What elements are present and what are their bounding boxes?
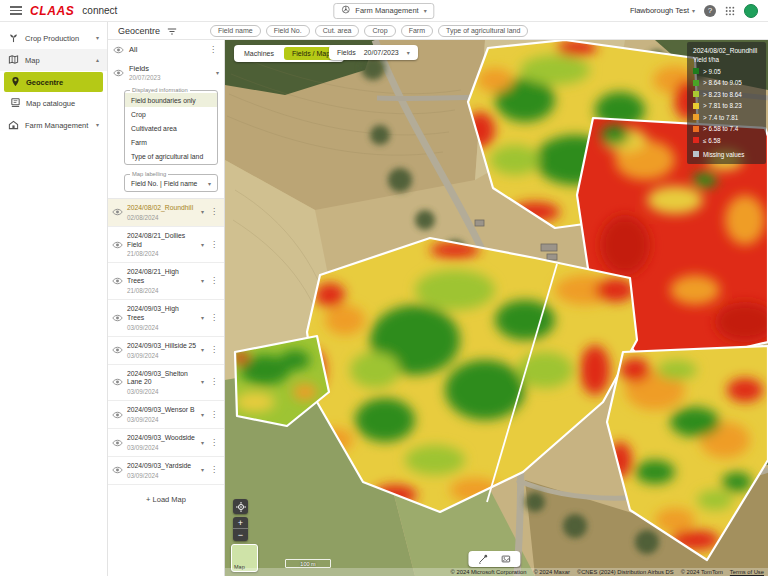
sidebar-item-farm-management[interactable]: Farm Management▾ (0, 114, 107, 136)
attribution-text: © 2024 TomTom (681, 569, 723, 575)
chevron-down-icon[interactable]: ▾ (201, 278, 204, 284)
legend-entry-label: ≤ 6.58 (703, 137, 720, 144)
map-canvas[interactable]: Machines Fields / Maps Fields 20/07/2023… (225, 40, 768, 576)
avatar[interactable] (744, 4, 758, 18)
zoom-in-button[interactable]: + (233, 517, 248, 529)
map-row-2024-08-02-roundhill[interactable]: 2024/08/02_Roundhill02/08/2024▾⋮ (108, 199, 224, 227)
chevron-down-icon: ▾ (407, 50, 410, 56)
farm-management-menu-icon (341, 5, 350, 16)
option-crop[interactable]: Crop (125, 107, 217, 121)
chip-field-no[interactable]: Field No. (266, 25, 310, 37)
map-row-2024-09-03-hillside-25[interactable]: 2024/09/03_Hillside 2503/09/2024▾⋮ (108, 337, 224, 365)
hamburger-menu-icon[interactable] (10, 6, 22, 15)
kebab-menu-icon[interactable]: ⋮ (208, 314, 220, 322)
map-row-2024-09-03-wensor-b[interactable]: 2024/09/03_Wensor B03/09/2024▾⋮ (108, 401, 224, 429)
sidebar-item-label: Farm Management (25, 121, 88, 130)
terms-of-use-link[interactable]: Terms of Use (730, 569, 764, 575)
eye-icon[interactable] (112, 378, 123, 386)
map-row-2024-09-03-yardside[interactable]: 2024/09/03_Yardside03/09/2024▾⋮ (108, 457, 224, 485)
chevron-down-icon[interactable]: ▾ (201, 347, 204, 353)
user-menu[interactable]: Flawborough Test ▾ (630, 6, 695, 15)
option-farm[interactable]: Farm (125, 135, 217, 149)
chip-type-of-agricultural-land[interactable]: Type of agricultural land (438, 25, 528, 37)
legend-entries: > 9.05> 8.64 to 9.05> 8.23 to 8.64> 7.81… (693, 68, 760, 158)
map-attribution: © 2024 Microsoft Corporation© 2024 Maxar… (225, 568, 768, 576)
legend-entry-label: Missing values (703, 151, 744, 158)
eye-icon[interactable] (112, 346, 123, 354)
chip-crop[interactable]: Crop (364, 25, 395, 37)
map-row-2024-08-21-dollies-field[interactable]: 2024/08/21_Dollies Field21/08/2024▾⋮ (108, 227, 224, 264)
chevron-down-icon: ▾ (208, 181, 211, 187)
crop-production-icon (8, 32, 19, 45)
sidebar-item-geocentre[interactable]: Geocentre (4, 72, 103, 92)
eye-icon[interactable] (112, 314, 123, 322)
legend-entry-8-64-to-9-05: > 8.64 to 9.05 (693, 79, 760, 86)
eye-icon[interactable] (112, 466, 123, 474)
map-row-2024-09-03-high-trees[interactable]: 2024/09/03_High Trees03/09/2024▾⋮ (108, 300, 224, 337)
yield-legend: 2024/08/02_Roundhill Yield t/ha > 9.05> … (687, 42, 766, 164)
map-date: 21/08/2024 (127, 250, 197, 257)
basemap-layers-icon[interactable] (500, 554, 511, 564)
sidebar-nav: Crop Production▾Map▴GeocentreMap catalog… (0, 22, 108, 576)
map-title: 2024/09/03_Shelton Lane 20 (127, 370, 197, 388)
scale-value: 100 m (300, 561, 315, 567)
kebab-menu-icon[interactable]: ⋮ (208, 346, 220, 354)
kebab-menu-icon[interactable]: ⋮ (208, 439, 220, 447)
machines-toggle-button[interactable]: Machines (236, 47, 282, 60)
map-labelling-box: Map labelling Field No. | Field name ▾ (124, 171, 218, 192)
map-row-2024-08-21-high-trees[interactable]: 2024/08/21_High Trees21/08/2024▾⋮ (108, 263, 224, 300)
chevron-down-icon[interactable]: ▾ (201, 242, 204, 248)
sidebar-item-label: Map (25, 56, 40, 65)
measure-tool-icon[interactable] (477, 554, 488, 564)
kebab-menu-icon[interactable]: ⋮ (208, 208, 220, 216)
chevron-down-icon[interactable]: ▾ (216, 70, 219, 76)
kebab-menu-icon[interactable]: ⋮ (208, 411, 220, 419)
option-type-of-agricultural-land[interactable]: Type of agricultural land (125, 149, 217, 163)
map-date: 03/09/2024 (127, 352, 197, 359)
eye-icon[interactable] (112, 277, 123, 285)
all-row[interactable]: All ⋮ (108, 40, 224, 59)
map-row-2024-09-03-shelton-lane-20[interactable]: 2024/09/03_Shelton Lane 2003/09/2024▾⋮ (108, 365, 224, 402)
map-labelling-select[interactable]: Field No. | Field name ▾ (125, 177, 217, 190)
fields-group-row[interactable]: Fields 20/07/2023 ▾ (108, 59, 224, 86)
help-icon[interactable]: ? (704, 5, 716, 17)
kebab-menu-icon[interactable]: ⋮ (207, 46, 219, 54)
zoom-out-button[interactable]: − (233, 529, 248, 541)
apps-grid-icon[interactable] (725, 2, 735, 20)
kebab-menu-icon[interactable]: ⋮ (208, 466, 220, 474)
eye-icon[interactable] (113, 46, 124, 54)
sidebar-item-map[interactable]: Map▴ (0, 49, 107, 71)
sidebar-item-crop-production[interactable]: Crop Production▾ (0, 27, 107, 49)
app-context-dropdown[interactable]: Farm Management ▾ (333, 3, 434, 19)
map-row-2024-09-03-woodside[interactable]: 2024/09/03_Woodside03/09/2024▾⋮ (108, 429, 224, 457)
attribution-text: ©CNES (2024) Distribution Airbus DS (577, 569, 674, 575)
sidebar-item-map-catalogue[interactable]: Map catalogue (4, 93, 103, 113)
legend-color-swatch (693, 126, 699, 132)
chevron-down-icon[interactable]: ▾ (201, 209, 204, 215)
option-cultivated-area[interactable]: Cultivated area (125, 121, 217, 135)
kebab-menu-icon[interactable]: ⋮ (208, 378, 220, 386)
eye-icon[interactable] (112, 411, 123, 419)
fields-date-select[interactable]: Fields 20/07/2023 ▾ (329, 45, 418, 60)
chevron-down-icon[interactable]: ▾ (201, 379, 204, 385)
load-map-button[interactable]: + Load Map (108, 485, 224, 514)
chevron-down-icon[interactable]: ▾ (201, 467, 204, 473)
filter-icon[interactable] (167, 22, 177, 40)
chip-farm[interactable]: Farm (401, 25, 433, 37)
eye-icon[interactable] (113, 69, 124, 77)
kebab-menu-icon[interactable]: ⋮ (208, 241, 220, 249)
kebab-menu-icon[interactable]: ⋮ (208, 277, 220, 285)
chip-cut-area[interactable]: Cut. area (315, 25, 360, 37)
locate-button[interactable] (233, 499, 248, 514)
chip-field-name[interactable]: Field name (210, 25, 261, 37)
legend-entry-label: > 9.05 (703, 68, 721, 75)
map-date: 03/09/2024 (127, 472, 197, 479)
chevron-down-icon[interactable]: ▾ (201, 412, 204, 418)
scale-bar: 100 m (285, 559, 331, 568)
eye-icon[interactable] (112, 439, 123, 447)
option-field-boundaries-only[interactable]: Field boundaries only (125, 93, 217, 107)
chevron-down-icon[interactable]: ▾ (201, 440, 204, 446)
eye-icon[interactable] (112, 241, 123, 249)
eye-icon[interactable] (112, 208, 123, 216)
chevron-down-icon[interactable]: ▾ (201, 315, 204, 321)
